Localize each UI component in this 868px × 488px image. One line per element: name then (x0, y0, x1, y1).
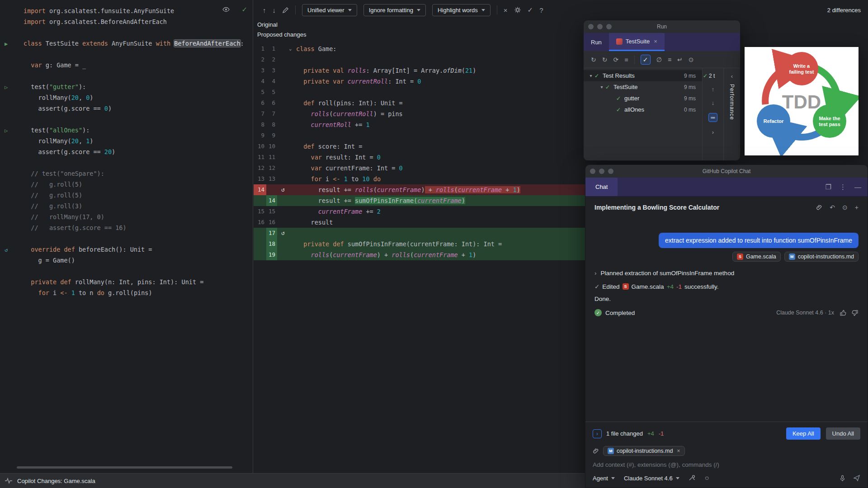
test-tree-row[interactable]: ▾✓Test Results9 ms (584, 70, 702, 81)
context-chip[interactable]: M copilot-instructions.md × (603, 446, 685, 456)
usage-circle-icon[interactable]: ○ (705, 474, 709, 482)
edited-file-name[interactable]: Game.scala (632, 283, 664, 290)
viewer-mode-dropdown[interactable]: Unified viewer (302, 4, 357, 16)
zoom-button[interactable] (608, 169, 613, 174)
editor-hscrollbar[interactable] (17, 466, 232, 469)
attached-file-chip[interactable]: Mcopilot-instructions.md (784, 252, 859, 262)
line-number-proposed: 13 (266, 174, 277, 184)
zoom-button[interactable] (606, 24, 612, 29)
thumbs-up-icon[interactable] (840, 310, 846, 316)
run-window-titlebar[interactable]: Run (584, 20, 740, 33)
test-tree-row[interactable]: ▾✓TestSuite9 ms (584, 81, 702, 93)
test-tree-row[interactable]: ✓gutter9 ms (584, 93, 702, 104)
chevron-down-icon (417, 9, 420, 11)
history-clock-icon[interactable]: ⊙ (842, 204, 848, 211)
line-number-proposed: 18 (266, 239, 277, 249)
run-test-icon[interactable]: ▷ (5, 127, 8, 134)
send-icon[interactable] (853, 474, 860, 482)
line-number-proposed: 19 (266, 249, 277, 260)
close-icon[interactable]: × (504, 6, 508, 14)
eye-icon[interactable] (222, 6, 230, 13)
rerun-failed-icon[interactable]: ↻ (602, 56, 608, 63)
model-dropdown[interactable]: Claude Sonnet 4.6 (624, 475, 679, 482)
tests-passed-icon: ✓ (241, 5, 247, 14)
expander-icon[interactable]: ▾ (587, 73, 594, 78)
mode-dropdown[interactable]: Agent (593, 475, 615, 482)
minimize-button[interactable] (599, 169, 604, 174)
expand-changes-icon[interactable]: › (593, 429, 602, 438)
rerun-icon[interactable]: ↻ (591, 56, 596, 63)
filter-icon[interactable]: ≔ (708, 113, 717, 122)
tab-run[interactable]: Run (584, 33, 609, 51)
window-title: GitHub Copilot Chat (703, 168, 751, 174)
run-class-icon[interactable]: ▶ (5, 41, 8, 47)
completed-row: ✓ Completed Claude Sonnet 4.6 · 1x (594, 309, 859, 316)
undo-all-button[interactable]: Undo All (826, 427, 860, 440)
highlight-mode-dropdown[interactable]: Highlight words (432, 4, 491, 16)
paperclip-icon[interactable] (593, 448, 599, 454)
tab-testsuite[interactable]: TestSuite × (609, 33, 665, 51)
edit-icon[interactable] (282, 7, 289, 14)
open-in-editor-icon[interactable]: ❐ (826, 183, 831, 191)
test-duration: 9 ms (684, 84, 702, 90)
attached-file-chip[interactable]: SGame.scala (732, 252, 781, 262)
show-passed-toggle-icon[interactable]: ✓ (641, 55, 651, 65)
planned-step-row[interactable]: › Planned extraction of sumOfPinsInFrame… (594, 270, 859, 277)
diff-label-original: Original (257, 20, 868, 30)
tab-chat[interactable]: Chat (585, 178, 618, 196)
scroll-down-icon[interactable]: ↓ (712, 99, 715, 106)
files-changed-row: › 1 file changed +4 -1 Keep All Undo All (593, 427, 860, 440)
close-button[interactable] (588, 24, 594, 29)
collapse-panel-icon[interactable]: ‹ (731, 73, 733, 80)
run-test-icon[interactable]: ▷ (5, 84, 8, 90)
ignore-formatting-dropdown[interactable]: Ignore formatting (363, 4, 426, 16)
scroll-up-icon[interactable]: ↑ (712, 86, 715, 93)
editor-code-line (0, 266, 253, 277)
previous-difference-icon[interactable]: ↑ (263, 6, 266, 14)
voice-input-icon[interactable] (839, 475, 846, 482)
chat-input[interactable] (593, 461, 860, 468)
editor-code-area[interactable]: import org.scalatest.funsuite.AnyFunSuit… (0, 0, 253, 298)
attach-icon[interactable] (816, 204, 822, 211)
run-toolbar: ↻ ↻ ⟳ ■ ✓ ∅ ≡ ↵ ⊙ (584, 51, 740, 68)
override-marker-icon[interactable]: ↺ (5, 247, 8, 253)
history-clock-icon[interactable]: ⊙ (689, 56, 694, 63)
sort-alphabetically-icon[interactable]: ≡ (668, 56, 671, 63)
accept-icon[interactable]: ✓ (528, 6, 533, 14)
performance-tab[interactable]: Performance (729, 84, 735, 120)
more-options-icon[interactable]: ⋮ (840, 183, 846, 191)
copilot-changes-icon[interactable] (5, 478, 13, 484)
sort-by-duration-icon[interactable]: ↵ (677, 56, 683, 63)
tools-icon[interactable] (689, 474, 696, 482)
line-number-original: 14 (254, 184, 266, 195)
revert-change-icon[interactable]: ↺ (277, 228, 289, 239)
new-chat-icon[interactable]: + (855, 204, 859, 211)
test-results-tree[interactable]: ▾✓Test Results9 ms▾✓TestSuite9 ms✓gutter… (584, 68, 702, 160)
thumbs-down-icon[interactable] (852, 310, 859, 316)
settings-gear-icon[interactable] (514, 6, 521, 14)
close-tab-icon[interactable]: × (654, 38, 657, 45)
stop-icon[interactable]: ■ (624, 56, 628, 63)
message-context-chips: SGame.scalaMcopilot-instructions.md (594, 252, 859, 262)
undo-icon[interactable]: ↶ (830, 204, 835, 211)
next-difference-icon[interactable]: ↓ (273, 6, 276, 14)
minimize-button[interactable] (597, 24, 603, 29)
chat-window-titlebar[interactable]: GitHub Copilot Chat (585, 165, 868, 178)
fold-icon[interactable]: ⌄ (289, 43, 296, 54)
revert-change-icon[interactable]: ↺ (277, 184, 289, 195)
diff-toolbar: ↑ ↓ Unified viewer Ignore formatting Hig… (254, 0, 868, 20)
line-number-original: 3 (254, 65, 266, 76)
hide-panel-icon[interactable]: — (854, 183, 861, 191)
test-node-label: Test Results (603, 72, 635, 79)
help-icon[interactable]: ? (539, 6, 543, 14)
expand-rail-icon[interactable]: › (712, 129, 714, 136)
remove-chip-icon[interactable]: × (677, 448, 680, 454)
close-button[interactable] (590, 169, 595, 174)
show-ignored-toggle-icon[interactable]: ∅ (656, 56, 662, 63)
keep-all-button[interactable]: Keep All (786, 427, 821, 440)
testsuite-editor[interactable]: import org.scalatest.funsuite.AnyFunSuit… (0, 0, 253, 473)
run-tab-bar: Run TestSuite × (584, 33, 740, 51)
auto-test-icon[interactable]: ⟳ (613, 56, 618, 63)
expander-icon[interactable]: ▾ (598, 84, 605, 89)
test-tree-row[interactable]: ✓allOnes0 ms (584, 104, 702, 115)
